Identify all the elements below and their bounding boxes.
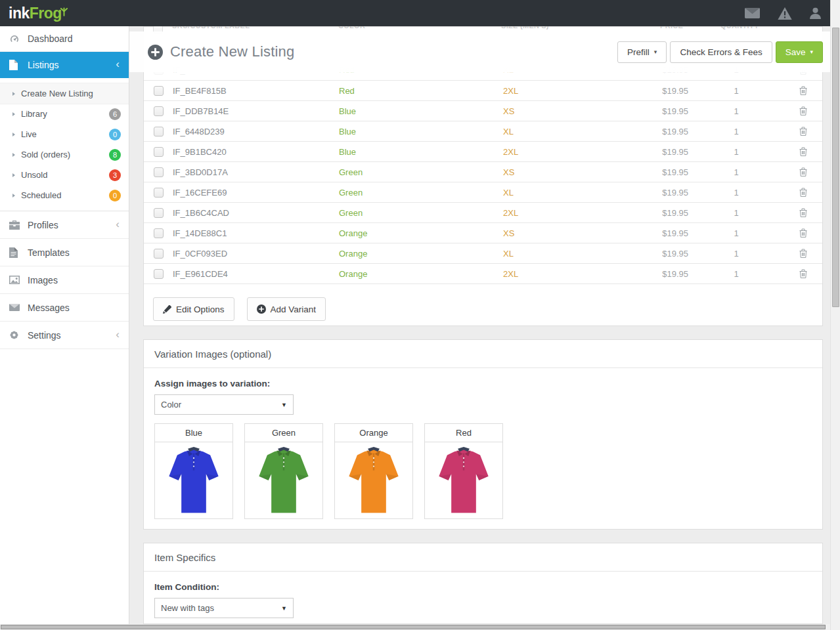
variation-tile-label[interactable]: Red xyxy=(425,424,502,442)
warning-triangle-icon[interactable] xyxy=(778,7,792,20)
sidebar-item-listings[interactable]: Listings ‹ xyxy=(0,52,129,78)
delete-variant-button[interactable] xyxy=(799,249,807,258)
variant-sku: IF_BE4F815B xyxy=(173,86,339,96)
variant-quantity: 1 xyxy=(688,208,784,218)
gear-icon xyxy=(9,330,20,340)
inkfrog-logo[interactable]: inkFrog xyxy=(0,0,69,26)
prefill-button[interactable]: Prefill ▾ xyxy=(617,41,667,63)
variation-tile-label[interactable]: Green xyxy=(245,424,322,442)
variant-size-link[interactable]: XL xyxy=(503,249,514,259)
variant-price: $19.95 xyxy=(634,249,688,259)
scheduled-count-badge: 0 xyxy=(109,190,121,201)
delete-variant-button[interactable] xyxy=(799,228,807,238)
sidebar-item-sold-orders[interactable]: Sold (orders) 8 xyxy=(0,144,129,165)
sidebar-item-dashboard[interactable]: Dashboard xyxy=(0,26,129,52)
add-variant-button[interactable]: Add Variant xyxy=(247,297,326,321)
caret-right-icon xyxy=(12,194,15,198)
variation-tile-blue: Blue xyxy=(154,423,233,519)
vertical-scrollbar-thumb[interactable] xyxy=(832,28,839,307)
polo-shirt-image[interactable] xyxy=(425,442,502,519)
variant-size-link[interactable]: 2XL xyxy=(503,208,518,218)
delete-variant-button[interactable] xyxy=(799,127,807,136)
item-condition-select[interactable]: New with tags ▼ xyxy=(154,598,294,618)
horizontal-scrollbar-thumb[interactable] xyxy=(1,625,826,629)
save-button[interactable]: Save ▾ xyxy=(776,41,823,63)
check-errors-fees-button[interactable]: Check Errors & Fees xyxy=(670,41,772,63)
sidebar-item-library[interactable]: Library 6 xyxy=(0,104,129,124)
row-checkbox[interactable] xyxy=(154,147,164,157)
topbar-icon-group xyxy=(745,7,830,20)
variant-color-link[interactable]: Green xyxy=(339,188,363,198)
sidebar-item-label: Dashboard xyxy=(28,33,73,44)
delete-variant-button[interactable] xyxy=(799,106,807,116)
row-checkbox[interactable] xyxy=(154,249,164,259)
variant-color-link[interactable]: Blue xyxy=(339,106,356,116)
envelope-icon[interactable] xyxy=(745,8,760,18)
sidebar-item-settings[interactable]: Settings ‹ xyxy=(0,322,129,349)
variant-size-link[interactable]: 2XL xyxy=(503,86,518,96)
polo-shirt-image[interactable] xyxy=(245,442,322,519)
chevron-left-icon: ‹ xyxy=(116,217,120,230)
delete-variant-button[interactable] xyxy=(799,167,807,177)
row-checkbox[interactable] xyxy=(154,188,164,198)
caret-right-icon xyxy=(12,133,15,136)
row-checkbox[interactable] xyxy=(154,167,164,177)
sidebar-item-live[interactable]: Live 0 xyxy=(0,124,129,144)
row-checkbox[interactable] xyxy=(154,86,164,96)
caret-right-icon xyxy=(12,92,15,96)
polo-shirt-image[interactable] xyxy=(335,442,412,519)
caret-down-icon: ▼ xyxy=(281,402,287,408)
variant-size-link[interactable]: 2XL xyxy=(503,147,518,157)
row-checkbox[interactable] xyxy=(154,127,164,136)
edit-options-button[interactable]: Edit Options xyxy=(153,297,234,321)
variant-row: IF_0CF093ED Orange XL $19.95 1 xyxy=(144,243,822,264)
variant-size-link[interactable]: 2XL xyxy=(503,269,518,279)
delete-variant-button[interactable] xyxy=(799,269,807,278)
variant-color-link[interactable]: Blue xyxy=(339,127,356,136)
variant-size-link[interactable]: XS xyxy=(503,106,514,116)
submenu-item-label: Sold (orders) xyxy=(21,150,70,159)
caret-right-icon xyxy=(12,173,15,177)
sidebar-item-profiles[interactable]: Profiles ‹ xyxy=(0,211,129,239)
row-checkbox[interactable] xyxy=(154,106,164,116)
sidebar-item-create-new-listing[interactable]: Create New Listing xyxy=(0,83,129,104)
app-window: inkFrog Dashboard xyxy=(0,0,840,630)
row-checkbox[interactable] xyxy=(154,269,164,279)
variant-color-link[interactable]: Red xyxy=(339,86,355,96)
delete-variant-button[interactable] xyxy=(799,147,807,156)
variant-size-link[interactable]: XS xyxy=(503,167,514,177)
variation-tile-label[interactable]: Blue xyxy=(155,424,232,442)
variant-price: $19.95 xyxy=(634,106,688,116)
plus-circle-icon xyxy=(257,304,266,314)
variant-color-link[interactable]: Blue xyxy=(339,147,356,157)
polo-shirt-image[interactable] xyxy=(155,442,232,519)
row-checkbox[interactable] xyxy=(154,208,164,218)
delete-variant-button[interactable] xyxy=(799,86,807,95)
variant-size-link[interactable]: XS xyxy=(503,228,514,238)
sidebar-item-messages[interactable]: Messages xyxy=(0,294,129,322)
sidebar-item-unsold[interactable]: Unsold 3 xyxy=(0,165,129,185)
sidebar-item-templates[interactable]: Templates xyxy=(0,239,129,266)
item-specifics-header: Item Specifics xyxy=(144,543,822,572)
variant-color-link[interactable]: Orange xyxy=(339,228,367,238)
variant-size-link[interactable]: XL xyxy=(503,188,514,198)
chevron-left-icon: ‹ xyxy=(116,327,120,341)
variant-quantity: 1 xyxy=(688,167,784,177)
variation-select[interactable]: Color ▼ xyxy=(154,394,294,415)
prefill-label: Prefill xyxy=(627,47,650,57)
variant-color-link[interactable]: Green xyxy=(339,167,363,177)
variant-sku: IF_14DE88C1 xyxy=(173,228,339,238)
page-title-group: Create New Listing xyxy=(129,43,294,60)
sidebar-item-scheduled[interactable]: Scheduled 0 xyxy=(0,185,129,205)
delete-variant-button[interactable] xyxy=(799,188,807,197)
delete-variant-button[interactable] xyxy=(799,208,807,217)
variant-color-link[interactable]: Orange xyxy=(339,249,367,259)
variant-color-link[interactable]: Orange xyxy=(339,269,367,279)
user-icon[interactable] xyxy=(810,7,821,19)
sidebar-item-images[interactable]: Images xyxy=(0,266,129,294)
variation-tile-label[interactable]: Orange xyxy=(335,424,412,442)
variation-tile-green: Green xyxy=(244,423,323,519)
variant-color-link[interactable]: Green xyxy=(339,208,363,218)
variant-size-link[interactable]: XL xyxy=(503,127,514,136)
row-checkbox[interactable] xyxy=(154,228,164,238)
